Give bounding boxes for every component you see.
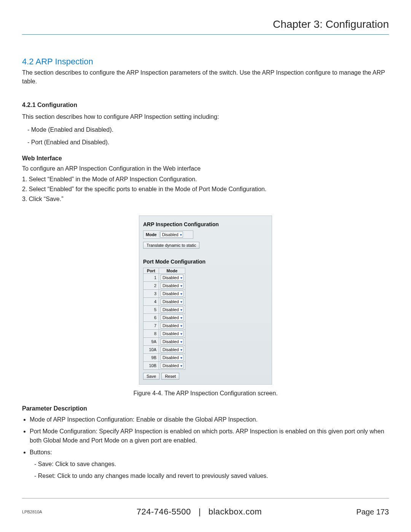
port-mode-value: Disabled: [162, 315, 179, 320]
port-mode-dropdown[interactable]: Disabled▾: [161, 347, 183, 353]
chevron-down-icon: ▾: [180, 324, 182, 328]
config-screenshot: ARP Inspection Configuration Mode Disabl…: [139, 216, 272, 385]
table-row: 7Disabled▾: [143, 322, 185, 330]
port-cell: 4: [143, 298, 159, 306]
port-mode-cell: Disabled▾: [159, 338, 185, 346]
port-mode-dropdown[interactable]: Disabled▾: [161, 331, 183, 337]
chevron-down-icon: ▾: [180, 292, 182, 296]
page-footer: LPB2810A 724-746-5500 | blackbox.com Pag…: [22, 507, 389, 517]
chevron-down-icon: ▾: [180, 332, 182, 336]
col-port: Port: [143, 268, 159, 274]
port-mode-cell: Disabled▾: [159, 298, 185, 306]
port-mode-cell: Disabled▾: [159, 282, 185, 290]
config-item-text: Mode (Enabled and Disabled).: [31, 126, 113, 133]
button-desc-item: Reset: Click to undo any changes made lo…: [34, 471, 389, 480]
mode-dropdown[interactable]: Disabled ▾: [160, 232, 183, 238]
footer-model: LPB2810A: [22, 510, 42, 514]
mode-label: Mode: [143, 232, 159, 238]
param-bullet: Buttons: Save: Click to save changes. Re…: [30, 448, 389, 481]
port-mode-table: Port Mode 1Disabled▾2Disabled▾3Disabled▾…: [143, 268, 185, 370]
param-bullet-text: Buttons:: [30, 449, 52, 455]
param-bullet: Port Mode Configuration: Specify ARP Ins…: [30, 427, 389, 444]
port-mode-value: Disabled: [162, 275, 179, 280]
chevron-down-icon: ▾: [180, 308, 182, 312]
port-cell: 9A: [143, 338, 159, 346]
config-lead: This section describes how to configure …: [22, 112, 389, 121]
chevron-down-icon: ▾: [180, 340, 182, 344]
port-mode-dropdown[interactable]: Disabled▾: [161, 315, 183, 321]
config-item: - Mode (Enabled and Disabled).: [27, 125, 389, 134]
chevron-down-icon: ▾: [180, 276, 182, 280]
port-cell: 10B: [143, 362, 159, 370]
button-desc-item: Save: Click to save changes.: [34, 460, 389, 468]
port-mode-dropdown[interactable]: Disabled▾: [161, 283, 183, 289]
footer-site: blackbox.com: [209, 507, 262, 516]
port-cell: 1: [143, 274, 159, 282]
config-item: - Port (Enabled and Disabled).: [27, 138, 389, 147]
port-mode-value: Disabled: [162, 355, 179, 360]
port-mode-dropdown[interactable]: Disabled▾: [161, 307, 183, 313]
save-button[interactable]: Save: [143, 373, 159, 380]
chevron-down-icon: ▾: [180, 233, 182, 237]
footer-rule: [22, 498, 389, 498]
chapter-header: Chapter 3: Configuration: [22, 18, 389, 35]
param-bullet: Mode of ARP Inspection Configuration: En…: [30, 415, 389, 424]
footer-center: 724-746-5500 | blackbox.com: [42, 507, 357, 517]
port-mode-cell: Disabled▾: [159, 362, 185, 370]
params-heading: Parameter Description: [22, 405, 389, 412]
port-mode-cell: Disabled▾: [159, 314, 185, 322]
table-row: 6Disabled▾: [143, 314, 185, 322]
table-row: 8Disabled▾: [143, 330, 185, 338]
translate-button[interactable]: Translate dynamic to static: [143, 242, 199, 249]
port-mode-dropdown[interactable]: Disabled▾: [161, 275, 183, 281]
config-heading: 4.2.1 Configuration: [22, 102, 389, 109]
port-mode-cell: Disabled▾: [159, 274, 185, 282]
port-mode-value: Disabled: [162, 347, 179, 352]
chevron-down-icon: ▾: [180, 364, 182, 368]
col-mode: Mode: [159, 268, 185, 274]
port-mode-value: Disabled: [162, 299, 179, 304]
web-interface-lead: To configure an ARP Inspection Configura…: [22, 164, 389, 173]
port-mode-value: Disabled: [162, 363, 179, 368]
shot-title-portmode: Port Mode Configuration: [143, 259, 268, 265]
table-row: 9ADisabled▾: [143, 338, 185, 346]
port-mode-cell: Disabled▾: [159, 346, 185, 354]
port-cell: 8: [143, 330, 159, 338]
port-cell: 10A: [143, 346, 159, 354]
port-mode-value: Disabled: [162, 323, 179, 328]
port-mode-dropdown[interactable]: Disabled▾: [161, 339, 183, 345]
port-cell: 7: [143, 322, 159, 330]
table-row: 3Disabled▾: [143, 290, 185, 298]
web-interface-heading: Web Interface: [22, 155, 389, 162]
port-cell: 6: [143, 314, 159, 322]
section-title: 4.2 ARP Inspection: [22, 57, 389, 67]
table-row: 5Disabled▾: [143, 306, 185, 314]
port-mode-dropdown[interactable]: Disabled▾: [161, 355, 183, 361]
step-item: 3. Click “Save.”: [22, 196, 389, 203]
port-mode-value: Disabled: [162, 307, 179, 312]
footer-sep: |: [199, 507, 201, 516]
step-item: 2. Select “Enabled” for the specific por…: [22, 186, 389, 193]
figure-caption: Figure 4-4. The ARP Inspection Configura…: [22, 390, 389, 397]
table-row: 10BDisabled▾: [143, 362, 185, 370]
port-cell: 3: [143, 290, 159, 298]
port-cell: 9B: [143, 354, 159, 362]
port-mode-dropdown[interactable]: Disabled▾: [161, 291, 183, 297]
chevron-down-icon: ▾: [180, 348, 182, 352]
port-mode-cell: Disabled▾: [159, 354, 185, 362]
shot-title-arp: ARP Inspection Configuration: [143, 221, 268, 227]
chevron-down-icon: ▾: [180, 284, 182, 288]
reset-button[interactable]: Reset: [161, 373, 179, 380]
port-mode-value: Disabled: [162, 331, 179, 336]
port-mode-cell: Disabled▾: [159, 330, 185, 338]
port-mode-cell: Disabled▾: [159, 322, 185, 330]
chevron-down-icon: ▾: [180, 300, 182, 304]
section-intro: The section describes to configure the A…: [22, 68, 389, 86]
chevron-down-icon: ▾: [180, 316, 182, 320]
table-row: 9BDisabled▾: [143, 354, 185, 362]
port-mode-dropdown[interactable]: Disabled▾: [161, 363, 183, 369]
footer-phone: 724-746-5500: [137, 507, 191, 516]
mode-row: Mode Disabled ▾: [143, 230, 193, 239]
port-mode-dropdown[interactable]: Disabled▾: [161, 323, 183, 329]
port-mode-dropdown[interactable]: Disabled▾: [161, 299, 183, 305]
